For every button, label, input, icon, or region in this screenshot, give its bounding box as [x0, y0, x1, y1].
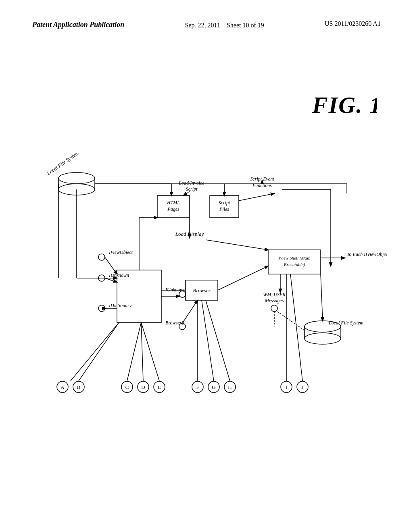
- svg-text:Local File System: Local File System: [45, 153, 80, 177]
- svg-text:H: H: [228, 384, 232, 390]
- svg-line-96: [71, 322, 119, 381]
- svg-text:Script: Script: [186, 186, 198, 192]
- svg-text:F: F: [196, 384, 199, 390]
- svg-text:A: A: [60, 384, 65, 390]
- publication-date: Sep. 22, 2011: [185, 22, 220, 29]
- svg-text:Script: Script: [219, 200, 230, 206]
- svg-text:IViewObject: IViewObject: [108, 249, 133, 255]
- svg-line-50: [218, 266, 268, 290]
- svg-line-35: [105, 278, 117, 282]
- svg-line-19: [184, 191, 190, 195]
- patent-page: Patent Application Publication Sep. 22, …: [0, 0, 413, 532]
- svg-text:C: C: [125, 384, 129, 390]
- page-header: Patent Application Publication Sep. 22, …: [0, 20, 413, 31]
- svg-line-105: [290, 274, 302, 381]
- svg-text:J: J: [301, 384, 303, 390]
- svg-text:IUnknown: IUnknown: [108, 272, 129, 278]
- svg-point-29: [98, 254, 105, 260]
- sheet-info: Sheet 10 of 19: [227, 22, 264, 29]
- svg-text:G: G: [212, 384, 215, 390]
- svg-point-1: [58, 172, 95, 184]
- svg-text:B: B: [77, 384, 81, 390]
- svg-text:Browser2: Browser2: [165, 320, 184, 326]
- diagram-svg: Local File System HTML Pages Load/Invoic…: [24, 153, 387, 427]
- svg-line-98: [127, 322, 141, 381]
- svg-text:Files: Files: [219, 206, 229, 212]
- svg-line-22: [206, 240, 268, 250]
- svg-text:E: E: [158, 384, 161, 390]
- svg-line-61: [277, 312, 305, 330]
- diagram-container: Local File System HTML Pages Load/Invoic…: [24, 153, 387, 427]
- svg-point-36: [98, 305, 105, 312]
- svg-line-16: [239, 193, 274, 201]
- svg-text:Executable): Executable): [284, 262, 305, 267]
- svg-text:IDictionary: IDictionary: [108, 303, 132, 308]
- svg-line-103: [206, 300, 230, 381]
- svg-text:Local File System: Local File System: [328, 320, 363, 326]
- svg-line-62: [321, 274, 323, 321]
- svg-line-100: [141, 322, 159, 381]
- svg-text:Load Display: Load Display: [175, 231, 204, 237]
- svg-text:I: I: [286, 384, 287, 390]
- svg-text:Load/Invoice: Load/Invoice: [178, 180, 204, 186]
- svg-text:IView Shell (Main: IView Shell (Main: [278, 256, 311, 261]
- svg-line-102: [202, 300, 214, 381]
- svg-line-99: [141, 322, 143, 381]
- svg-text:HTML: HTML: [167, 200, 180, 206]
- svg-text:D: D: [141, 384, 145, 390]
- svg-text:To Each IIViewObject: To Each IIViewObject: [347, 251, 387, 257]
- figure-label: FIG. 11B: [312, 81, 377, 126]
- svg-text:Pages: Pages: [167, 206, 179, 212]
- publication-meta: Sep. 22, 2011 Sheet 10 of 19: [185, 20, 264, 31]
- svg-text:Browser: Browser: [193, 287, 211, 293]
- svg-line-34: [105, 257, 117, 274]
- svg-text:WM_USER: WM_USER: [263, 292, 286, 297]
- svg-line-97: [79, 322, 119, 381]
- publication-title: Patent Application Publication: [32, 20, 124, 29]
- patent-number: US 2011/0230260 A1: [325, 20, 381, 27]
- svg-text:FIG. 11B: FIG. 11B: [312, 92, 377, 118]
- svg-point-57: [305, 333, 341, 344]
- svg-text:Messages: Messages: [265, 298, 284, 303]
- svg-text:IUnknown: IUnknown: [165, 287, 186, 293]
- svg-line-49: [182, 300, 198, 323]
- svg-point-53: [271, 305, 277, 312]
